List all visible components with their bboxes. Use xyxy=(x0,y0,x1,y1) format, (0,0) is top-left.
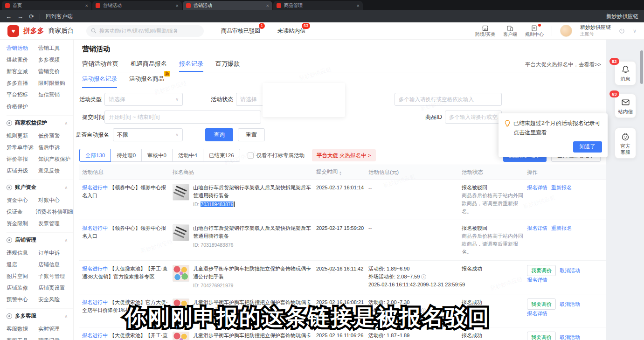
sidebar-item[interactable]: 发票管理 xyxy=(38,220,60,227)
tab-close-icon[interactable]: × xyxy=(176,3,179,8)
collapse-caret-icon[interactable]: ∧ xyxy=(64,314,68,319)
action-我要调价[interactable]: 我要调价 xyxy=(527,332,556,340)
status-tab[interactable]: 已结束126 xyxy=(203,149,240,162)
sidebar-item[interactable]: 低价预警 xyxy=(38,132,60,139)
action-报名详情[interactable]: 报名详情 xyxy=(527,224,547,232)
sidebar-item[interactable]: 短信营销 xyxy=(38,91,60,98)
back-to-client-link[interactable]: 回到客户端 xyxy=(46,13,73,20)
sidebar-item[interactable]: 安全风险 xyxy=(38,296,60,303)
checkbox-icon[interactable] xyxy=(248,153,254,159)
sidebar-section-header[interactable]: 商家权益保护∧ xyxy=(7,115,73,130)
unread-mail-link[interactable]: 未读站内信 63 xyxy=(277,27,305,35)
sidebar-item[interactable]: 营销工具 xyxy=(38,45,60,52)
tab-close-icon[interactable]: × xyxy=(266,3,269,8)
collapse-caret-icon[interactable]: ∧ xyxy=(64,238,68,243)
status-tab[interactable]: 全部130 xyxy=(79,149,111,162)
search-button[interactable]: 查询 xyxy=(205,128,233,141)
sidebar-item[interactable]: 资金限制 xyxy=(7,220,38,227)
action-重新报名[interactable]: 重新报名 xyxy=(551,224,572,232)
sidebar-item[interactable]: 聊天记录 xyxy=(38,337,60,340)
reload-icon[interactable]: ⟳ xyxy=(29,13,34,20)
sidebar-item[interactable]: 订单申诉 xyxy=(38,250,60,257)
action-重新报名[interactable]: 重新报名 xyxy=(551,184,572,192)
sidebar-item[interactable]: 营销竞价 xyxy=(38,68,60,75)
action-我要调价[interactable]: 我要调价 xyxy=(527,265,556,276)
sidebar-item[interactable]: 实时管理 xyxy=(38,326,60,333)
browser-tab[interactable]: 营销活动× xyxy=(92,1,182,10)
sidebar-item[interactable]: 图片空间 xyxy=(7,273,38,280)
sidebar-item[interactable]: 店铺页设置 xyxy=(38,284,65,291)
tab-close-icon[interactable]: × xyxy=(357,3,360,8)
sidebar-item[interactable]: 知识产权保护 xyxy=(38,156,70,163)
subtab-活动报名商品[interactable]: 活动报名商品新 xyxy=(129,75,164,88)
status-tab[interactable]: 待处理0 xyxy=(111,149,142,162)
sidebar-item[interactable]: 新客立减 xyxy=(7,68,38,75)
sidebar-item[interactable]: 预警中心 xyxy=(7,296,38,303)
logout-icon[interactable] xyxy=(619,28,625,34)
activity-type-select[interactable]: 请选择 ∨ xyxy=(104,93,183,106)
forward-icon[interactable]: → xyxy=(17,13,23,20)
tooltip-ok-button[interactable]: 知道了 xyxy=(573,141,602,153)
float-service-button[interactable]: 官方客服 xyxy=(615,128,636,159)
action-取消活动[interactable]: 取消活动 xyxy=(560,300,580,308)
tab-机遇商品报名[interactable]: 机遇商品报名 xyxy=(131,57,167,72)
sidebar-item[interactable]: 意见反馈 xyxy=(38,167,60,174)
platform-sale-badge[interactable]: 平台大促 火热报名中 > xyxy=(312,149,375,161)
action-取消活动[interactable]: 取消活动 xyxy=(560,267,580,275)
open-dropdown-panel[interactable] xyxy=(263,83,345,117)
sidebar-item[interactable]: 爆款竞价 xyxy=(7,56,38,63)
search-input[interactable]: 搜索功能/订单/课程/规则/帮助/服务 xyxy=(86,25,204,37)
chevron-down-icon[interactable]: ∨ xyxy=(633,28,637,34)
header-quick-rules[interactable]: 规则中心 xyxy=(525,25,544,37)
exclusive-activity-checkbox[interactable]: 仅看不打标专属活动 xyxy=(248,152,305,159)
sidebar-item[interactable]: 规则更新 xyxy=(7,132,38,139)
sidebar-section-header[interactable]: 多多客服∧ xyxy=(7,308,73,323)
sidebar-item[interactable]: 多多视频 xyxy=(38,56,60,63)
sidebar-item[interactable]: 资金中心 xyxy=(7,197,38,204)
float-mail-button[interactable]: 63站内信 xyxy=(615,94,636,118)
sidebar-item[interactable]: 消费者补偿明细 xyxy=(36,208,74,215)
sidebar-item[interactable]: 售后申诉 xyxy=(38,144,60,151)
sidebar-item[interactable]: 店铺信息 xyxy=(38,261,60,268)
action-取消活动[interactable]: 取消活动 xyxy=(560,333,580,340)
header-quick-devices[interactable]: 客户端 xyxy=(503,25,517,37)
browser-tab[interactable]: 商品管理× xyxy=(273,1,363,10)
sidebar-item[interactable]: 异常单申诉 xyxy=(7,144,38,151)
tab-close-icon[interactable]: × xyxy=(85,3,88,8)
float-bell-button[interactable]: 82消息 xyxy=(615,61,636,85)
status-tab[interactable]: 活动中4 xyxy=(172,149,203,162)
sidebar-item[interactable]: 多多直播 xyxy=(7,80,38,87)
scrollbar-thumb[interactable] xyxy=(640,50,643,84)
back-icon[interactable]: ← xyxy=(6,13,12,20)
sidebar-section-header[interactable]: 账户资金∧ xyxy=(7,180,73,194)
sort-icon[interactable]: ▲▼ xyxy=(339,171,342,176)
review-rejected-link[interactable]: 商品审核已驳回 1 xyxy=(221,27,260,35)
sidebar-item[interactable]: 客服工具 xyxy=(7,337,38,340)
browser-tab[interactable]: 营销活动× xyxy=(183,1,272,10)
tab-营销活动首页[interactable]: 营销活动首页 xyxy=(82,57,118,72)
sidebar-item[interactable]: 价格保护 xyxy=(7,103,38,110)
sidebar-item[interactable]: 客服数据 xyxy=(7,326,38,333)
activity-id-input[interactable] xyxy=(395,93,502,106)
sidebar-section-header[interactable]: 店铺管理∧ xyxy=(7,232,73,247)
tab-百万爆款[interactable]: 百万爆款 xyxy=(215,57,240,72)
sidebar-item[interactable]: 评价举报 xyxy=(7,156,38,163)
action-报名详情[interactable]: 报名详情 xyxy=(527,184,547,192)
sidebar-item[interactable]: 限时限量购 xyxy=(38,80,65,87)
sidebar-item[interactable]: 店铺升级 xyxy=(7,167,38,174)
header-quick-storefront[interactable]: 跨境/买菜 xyxy=(475,25,495,37)
sidebar-item[interactable]: 平台招标 xyxy=(7,91,38,98)
browser-tab[interactable]: 首页× xyxy=(2,1,91,10)
sidebar-item[interactable]: 子账号管理 xyxy=(38,273,65,280)
collapse-caret-icon[interactable]: ∧ xyxy=(64,185,68,190)
tab-报名记录[interactable]: 报名记录 xyxy=(179,57,203,72)
auto-signup-select[interactable]: 不限 ∨ xyxy=(113,128,183,141)
reset-button[interactable]: 重置 xyxy=(238,128,265,141)
sidebar-item[interactable]: 营销活动 xyxy=(7,45,38,52)
status-tab[interactable]: 审核中0 xyxy=(141,149,173,162)
sidebar-item[interactable]: 违规信息 xyxy=(7,250,38,257)
sidebar-item[interactable]: 退店 xyxy=(7,261,38,268)
promo-link[interactable]: 平台大促火热报名中，去看看>> xyxy=(525,61,601,68)
collapse-caret-icon[interactable]: ∧ xyxy=(64,121,68,125)
sidebar-item[interactable]: 保证金 xyxy=(7,208,36,215)
